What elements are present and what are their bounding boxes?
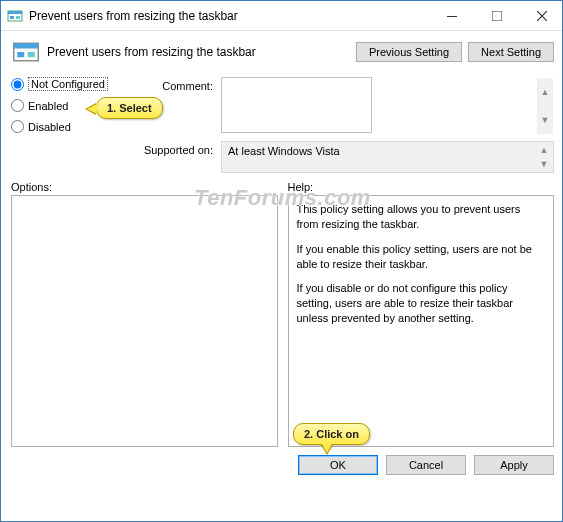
maximize-button[interactable]	[474, 1, 519, 30]
apply-button[interactable]: Apply	[474, 455, 554, 475]
supported-scroll-up[interactable]: ▲	[536, 143, 552, 157]
comment-input[interactable]	[221, 77, 372, 133]
callout-select: 1. Select	[96, 97, 163, 119]
svg-rect-2	[10, 16, 14, 19]
window-title: Prevent users from resizing the taskbar	[29, 9, 429, 23]
svg-rect-10	[17, 52, 24, 57]
svg-rect-4	[447, 16, 457, 17]
help-box: This policy setting allows you to preven…	[288, 195, 555, 447]
previous-setting-button[interactable]: Previous Setting	[356, 42, 462, 62]
not-configured-label: Not Configured	[28, 77, 108, 91]
comment-label: Comment:	[141, 77, 221, 92]
comment-scroll-up[interactable]: ▲	[537, 78, 553, 106]
title-bar: Prevent users from resizing the taskbar	[1, 1, 563, 31]
comment-scroll-down[interactable]: ▼	[537, 106, 553, 134]
window-controls	[429, 1, 563, 30]
help-paragraph: This policy setting allows you to preven…	[297, 202, 546, 232]
supported-label: Supported on:	[141, 141, 221, 156]
options-box	[11, 195, 278, 447]
help-paragraph: If you disable or do not configure this …	[297, 281, 546, 326]
help-label: Help:	[288, 181, 555, 193]
svg-rect-11	[28, 52, 35, 57]
enabled-label: Enabled	[28, 100, 68, 112]
help-paragraph: If you enable this policy setting, users…	[297, 242, 546, 272]
cancel-button[interactable]: Cancel	[386, 455, 466, 475]
supported-on-value: At least Windows Vista	[228, 145, 340, 157]
svg-rect-9	[14, 43, 39, 48]
enabled-radio[interactable]	[11, 99, 24, 112]
window-icon	[7, 8, 23, 24]
close-button[interactable]	[519, 1, 563, 30]
policy-icon	[11, 37, 41, 67]
supported-scroll-down[interactable]: ▼	[536, 157, 552, 171]
disabled-radio[interactable]	[11, 120, 24, 133]
policy-title: Prevent users from resizing the taskbar	[47, 45, 356, 59]
options-label: Options:	[11, 181, 278, 193]
supported-on-box: At least Windows Vista ▲ ▼	[221, 141, 554, 173]
svg-rect-1	[8, 11, 22, 14]
svg-rect-5	[492, 11, 502, 21]
disabled-label: Disabled	[28, 121, 71, 133]
callout-click-on: 2. Click on	[293, 423, 370, 445]
next-setting-button[interactable]: Next Setting	[468, 42, 554, 62]
minimize-button[interactable]	[429, 1, 474, 30]
ok-button[interactable]: OK	[298, 455, 378, 475]
not-configured-radio[interactable]	[11, 78, 24, 91]
svg-rect-3	[16, 16, 20, 19]
